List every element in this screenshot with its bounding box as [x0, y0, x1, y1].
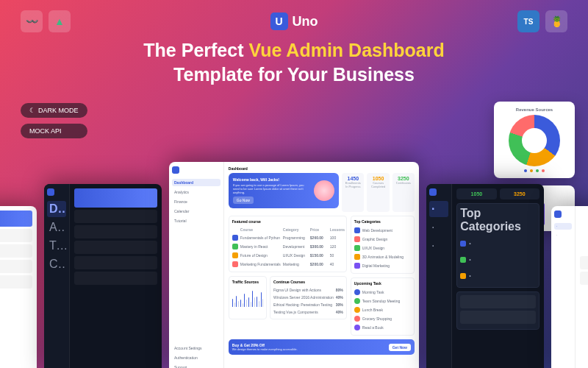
category-row[interactable]: 3D Animation & Modeling [354, 252, 411, 261]
nav-finance[interactable]: Finance [172, 198, 220, 205]
task-row[interactable]: Read a Book [354, 323, 411, 332]
task-row[interactable]: Grocery Shopping [354, 314, 411, 323]
donut-chart [509, 115, 560, 166]
moon-icon: ☾ [29, 107, 35, 114]
nav-analytics[interactable]: Analytics [172, 188, 220, 196]
vue-icon: ▲ [49, 10, 71, 32]
continue-courses-card: Continue Courses Figma UI Design with Ac… [270, 276, 347, 319]
screen-dark-left: Dashboard Analytics Tutorial Calendar [44, 184, 162, 368]
screen-light-right: ·· [551, 206, 588, 368]
nav-tutorial[interactable]: Tutorial [172, 217, 220, 224]
task-row[interactable]: Lunch Break [354, 305, 411, 314]
top-categories-card: Top Categories Web Development Graphic D… [351, 216, 415, 274]
promo-banner: Buy & Get 20% Off We design themes to ma… [229, 339, 415, 355]
category-row[interactable]: Graphic Design [354, 235, 411, 244]
featured-courses-card: Featured course Course Category Price Le… [229, 216, 347, 272]
mock-api-pill: MOCK API [21, 124, 87, 138]
brand-name: Uno [293, 14, 318, 29]
course-row[interactable]: Future of DesignUI/UX Design$150.0050 [232, 251, 343, 260]
sidebar-logo-icon [172, 166, 179, 174]
typescript-icon: TS [517, 10, 539, 32]
tailwind-icon: 〰️ [21, 10, 43, 32]
continue-row[interactable]: Windows Server 2016 Administration40% [273, 294, 343, 301]
category-row[interactable]: Web Development [354, 226, 411, 235]
course-row[interactable]: Fundamentals of PythonProgramming$260.00… [232, 233, 343, 242]
stat-completed: 1050Courses Completed [367, 173, 389, 212]
main-content: Dashboard Welcome back, Will Jacks! If y… [224, 162, 419, 368]
task-row[interactable]: Team Standup Meeting [354, 297, 411, 305]
task-row[interactable]: Morning Task [354, 288, 411, 297]
category-row[interactable]: UI/UX Design [354, 244, 411, 252]
screen-dark-right: ··· 1050 3250 Top Categories · · · [426, 184, 544, 368]
main-sidebar: Dashboard Analytics Finance Calendar Tut… [169, 162, 224, 368]
welcome-banner: Welcome back, Will Jacks! If you are goi… [229, 173, 339, 208]
screens-row: ··· Dashboard Analytics Tutorial Calenda… [0, 162, 588, 368]
headline: The Perfect Vue Admin Dashboard Template… [0, 38, 588, 86]
promo-cta-button[interactable]: Get Now [389, 344, 411, 351]
continue-row[interactable]: Figma UI Design with Actions80% [273, 286, 343, 294]
category-row[interactable]: Digital Marketing [354, 261, 411, 270]
traffic-sources-card: Traffic Sources [229, 276, 267, 319]
brand-logo-icon: U [270, 13, 288, 30]
welcome-cta-button[interactable]: Go Now [233, 197, 254, 204]
pinia-icon: 🍍 [545, 10, 567, 32]
top-badge-bar: 〰️ ▲ U Uno TS 🍍 [0, 10, 588, 32]
course-row[interactable]: Marketing FundamentalsMarketing$200.0040 [232, 260, 343, 269]
welcome-illustration [314, 180, 334, 201]
page-title: Dashboard [229, 166, 415, 171]
nav-account-settings[interactable]: Account Settings [172, 344, 220, 352]
nav-authentication[interactable]: Authentication [172, 354, 220, 361]
screen-light-left: ··· [0, 206, 37, 368]
nav-calendar[interactable]: Calendar [172, 208, 220, 215]
stat-certificates: 3250Certificates [392, 173, 415, 212]
course-row[interactable]: Mastery in ReactDevelopment$300.00120 [232, 242, 343, 251]
feature-pills: ☾DARK MODE MOCK API [21, 103, 87, 138]
nav-dashboard[interactable]: Dashboard [172, 179, 220, 186]
dark-mode-pill: ☾DARK MODE [21, 103, 87, 118]
continue-row[interactable]: Ethical Hacking: Penetration Testing30% [273, 301, 343, 308]
stat-enrollments: 1450Enrollments In Progress [342, 173, 364, 212]
brand: U Uno [270, 10, 318, 32]
screen-main: Dashboard Analytics Finance Calendar Tut… [169, 162, 419, 368]
traffic-bar-chart [232, 286, 263, 307]
nav-support[interactable]: Support [172, 364, 220, 368]
continue-row[interactable]: Testing Vue.js Components40% [273, 308, 343, 316]
upcoming-task-card: Upcoming Task Morning Task Team Standup … [351, 277, 415, 336]
